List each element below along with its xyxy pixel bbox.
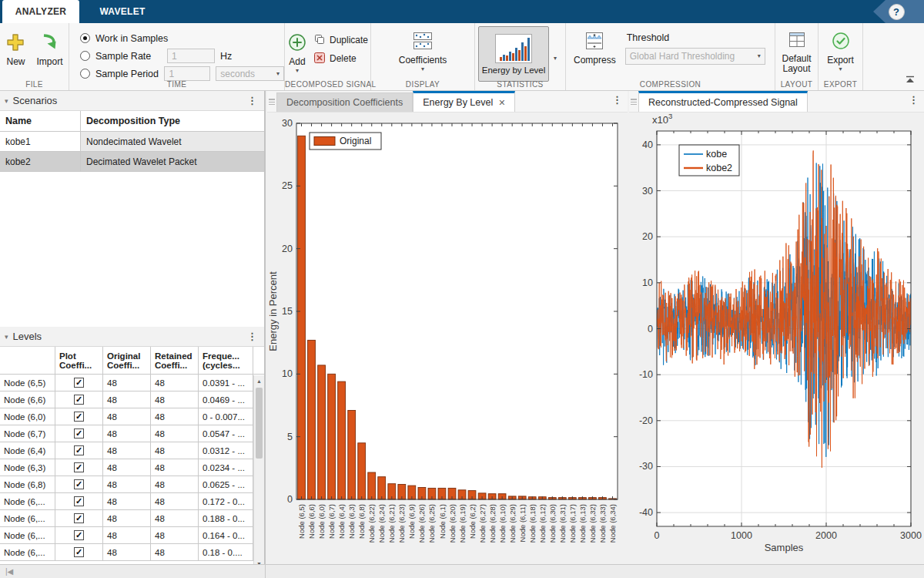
- levels-row[interactable]: Node (6,4)✓48480.0312 - ...: [0, 442, 264, 459]
- plot-cell[interactable]: ✓: [55, 510, 103, 526]
- plot-cell[interactable]: ✓: [55, 459, 103, 476]
- radio-work-in-samples[interactable]: [80, 33, 90, 43]
- levels-row[interactable]: Node (6,...✓48480.164 - 0...: [0, 527, 264, 544]
- svg-text:2000: 2000: [815, 530, 837, 541]
- tab-reconstructed-compressed-signal[interactable]: Reconstructed-Compressed Signal: [638, 91, 808, 112]
- levels-column-header: Freque...(cycles...: [199, 347, 253, 374]
- value-cell: 48: [151, 510, 199, 526]
- levels-panel-header[interactable]: ▾ Levels ⋮: [0, 327, 264, 347]
- plot-cell[interactable]: ✓: [55, 375, 103, 391]
- plot-checkbox[interactable]: ✓: [74, 513, 84, 523]
- sample-rate-input[interactable]: 1: [167, 49, 215, 63]
- plot-checkbox[interactable]: ✓: [74, 395, 84, 405]
- kebab-menu-icon[interactable]: ⋮: [610, 94, 624, 106]
- scrollbar-thumb[interactable]: [256, 388, 263, 459]
- toolbar-section-export: Export ▾ EXPORT: [819, 23, 863, 90]
- sample-period-input[interactable]: 1: [164, 66, 210, 81]
- svg-text:Node (6,27): Node (6,27): [478, 504, 487, 543]
- tab-energy-by-level[interactable]: Energy By Level ✕: [413, 91, 515, 112]
- plot-cell[interactable]: ✓: [55, 544, 103, 560]
- levels-row[interactable]: Node (6,8)✓48480.0625 - ...: [0, 476, 264, 493]
- value-cell: 0 - 0.007...: [199, 408, 253, 425]
- panel-grip-icon[interactable]: [269, 99, 275, 105]
- node-cell: Node (6,7): [0, 425, 55, 442]
- node-cell: Node (6,3): [0, 459, 55, 476]
- scenario-name-cell[interactable]: kobe1: [0, 132, 81, 151]
- plot-checkbox[interactable]: ✓: [74, 530, 84, 540]
- collapse-triangle-icon[interactable]: ▾: [5, 333, 8, 341]
- collapse-toolstrip-button[interactable]: [906, 75, 915, 86]
- scenario-row[interactable]: kobe1Nondecimated Wavelet: [0, 132, 264, 152]
- signal-line-plot[interactable]: -40-30-20-100102030400100020003000Sample…: [629, 113, 924, 564]
- plot-cell[interactable]: ✓: [55, 476, 103, 492]
- duplicate-button[interactable]: Duplicate: [313, 31, 368, 49]
- close-icon[interactable]: ✕: [498, 98, 505, 108]
- plot-checkbox[interactable]: ✓: [74, 496, 84, 506]
- plot-checkbox[interactable]: ✓: [74, 462, 84, 472]
- chevron-down-icon: ▾: [839, 67, 842, 72]
- plot-checkbox[interactable]: ✓: [74, 479, 84, 489]
- toolbar-section-decomposed-signal: Add ▾ Duplicate Delete DECOMPOSED SIGNA: [285, 23, 371, 90]
- scenario-row[interactable]: kobe2Decimated Wavelet Packet: [0, 152, 264, 172]
- plot-cell[interactable]: ✓: [55, 527, 103, 543]
- levels-title: Levels: [13, 331, 240, 342]
- toolbar-section-compression: Compress Threshold Global Hard Threshold…: [566, 23, 775, 90]
- levels-column-header: PlotCoeffi...: [55, 347, 103, 374]
- scroll-up-icon[interactable]: ▲: [254, 375, 264, 386]
- levels-scrollbar[interactable]: ▲ ▼: [253, 375, 264, 569]
- levels-column-header: [0, 347, 55, 374]
- levels-row[interactable]: Node (6,6)✓48480.0469 - ...: [0, 391, 264, 408]
- value-cell: 48: [151, 527, 199, 543]
- help-button[interactable]: ?: [869, 0, 924, 23]
- plot-checkbox[interactable]: ✓: [74, 378, 84, 388]
- plot-checkbox[interactable]: ✓: [74, 428, 84, 439]
- svg-text:1000: 1000: [731, 530, 752, 541]
- energy-by-level-button[interactable]: Energy by Level: [478, 26, 549, 82]
- kebab-menu-icon[interactable]: ⋮: [245, 331, 259, 342]
- radio-sample-period[interactable]: [80, 69, 90, 79]
- levels-row[interactable]: Node (6,0)✓48480 - 0.007...: [0, 408, 264, 425]
- toolstrip-tab-analyzer[interactable]: ANALYZER: [2, 0, 79, 23]
- value-cell: 48: [151, 375, 199, 391]
- levels-row[interactable]: Node (6,...✓48480.172 - 0...: [0, 493, 264, 510]
- collapse-triangle-icon[interactable]: ▾: [5, 97, 8, 105]
- svg-text:Node (6,22): Node (6,22): [367, 504, 376, 543]
- delete-button[interactable]: Delete: [313, 49, 368, 68]
- levels-row[interactable]: Node (6,5)✓48480.0391 - ...: [0, 375, 264, 391]
- plot-cell[interactable]: ✓: [55, 493, 103, 509]
- value-cell: 48: [151, 544, 199, 560]
- levels-row[interactable]: Node (6,...✓48480.18 - 0....: [0, 544, 264, 561]
- levels-row[interactable]: Node (6,...✓48480.188 - 0...: [0, 510, 264, 527]
- tab-decomposition-coefficients[interactable]: Decomposition Coefficients: [276, 92, 413, 112]
- kebab-menu-icon[interactable]: ⋮: [245, 95, 259, 106]
- levels-row[interactable]: Node (6,7)✓48480.0547 - ...: [0, 425, 264, 442]
- plot-cell[interactable]: ✓: [55, 408, 103, 425]
- plot-checkbox[interactable]: ✓: [74, 445, 84, 455]
- plot-cell[interactable]: ✓: [55, 442, 103, 459]
- plot-checkbox[interactable]: ✓: [74, 547, 84, 557]
- value-cell: 48: [151, 442, 199, 459]
- collapse-panel-icon[interactable]: |◀: [5, 567, 13, 576]
- energy-bar-chart[interactable]: 051015202530Node (6,5)Node (6,6)Node (6,…: [267, 113, 628, 564]
- value-cell: 48: [151, 408, 199, 425]
- radio-sample-rate[interactable]: [80, 51, 90, 61]
- kebab-menu-icon[interactable]: ⋮: [906, 94, 921, 106]
- svg-text:Node (6,34): Node (6,34): [608, 504, 617, 543]
- plot-cell[interactable]: ✓: [55, 425, 103, 442]
- scenario-name-cell[interactable]: kobe2: [0, 152, 81, 171]
- svg-text:0: 0: [654, 530, 660, 541]
- duplicate-icon: [313, 33, 326, 48]
- svg-text:Node (6,5): Node (6,5): [297, 504, 306, 539]
- value-cell: 48: [103, 544, 151, 560]
- plot-checkbox[interactable]: ✓: [74, 412, 84, 422]
- value-cell: 48: [103, 375, 151, 391]
- panel-grip-icon[interactable]: [631, 99, 637, 105]
- value-cell: 0.18 - 0....: [199, 544, 253, 560]
- threshold-method-select[interactable]: Global Hard Thresholding ▾: [625, 48, 765, 65]
- svg-text:Node (6,6): Node (6,6): [307, 504, 316, 539]
- levels-row[interactable]: Node (6,3)✓48480.0234 - ...: [0, 459, 264, 476]
- toolstrip-tab-wavelet[interactable]: WAVELET: [79, 0, 166, 23]
- sample-period-unit-select[interactable]: seconds ▾: [216, 66, 284, 81]
- plot-cell[interactable]: ✓: [55, 391, 103, 408]
- scenarios-panel-header[interactable]: ▾ Scenarios ⋮: [0, 91, 264, 111]
